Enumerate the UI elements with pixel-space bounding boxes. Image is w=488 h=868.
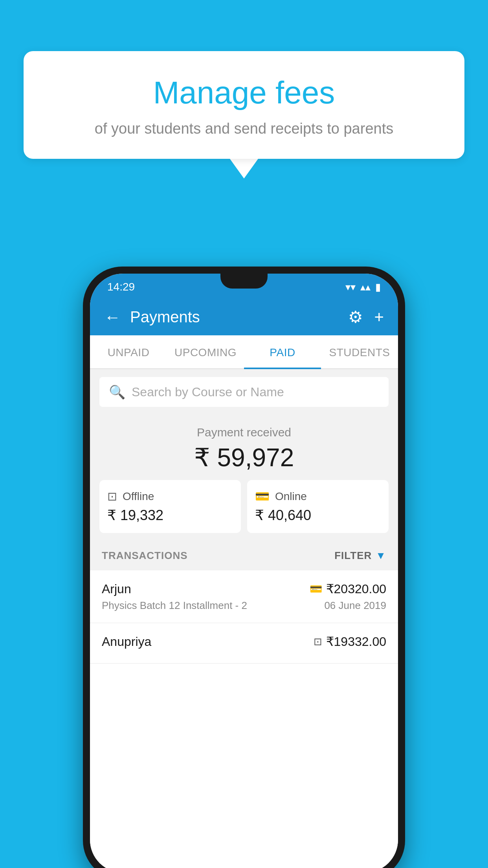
payment-received-label: Payment received [99, 426, 389, 439]
wifi-icon: ▾▾ [345, 281, 356, 293]
phone-frame: 14:29 ▾▾ ▴▴ ▮ ← Payments ⚙ + UNPAID UPCO… [83, 267, 405, 868]
offline-label: Offline [123, 490, 154, 503]
tab-bar: UNPAID UPCOMING PAID STUDENTS [90, 335, 398, 369]
filter-button[interactable]: FILTER ▼ [334, 550, 386, 562]
payment-total-amount: ₹ 59,972 [99, 443, 389, 472]
bubble-title: Manage fees [47, 75, 441, 111]
phone-notch [220, 274, 268, 289]
search-placeholder: Search by Course or Name [132, 385, 284, 399]
transactions-label: TRANSACTIONS [102, 550, 188, 562]
cash-payment-icon: ⊡ [314, 636, 322, 648]
online-card: 💳 Online ₹ 40,640 [247, 480, 389, 533]
online-icon: 💳 [255, 489, 270, 503]
status-icons: ▾▾ ▴▴ ▮ [345, 281, 381, 293]
header-title: Payments [130, 308, 348, 326]
payment-cards: ⊡ Offline ₹ 19,332 💳 Online ₹ 40,640 [99, 480, 389, 533]
search-container: 🔍 Search by Course or Name [90, 369, 398, 415]
settings-button[interactable]: ⚙ [348, 307, 363, 327]
filter-label: FILTER [334, 550, 372, 562]
phone-screen: 14:29 ▾▾ ▴▴ ▮ ← Payments ⚙ + UNPAID UPCO… [90, 274, 398, 868]
online-amount: ₹ 40,640 [255, 507, 381, 524]
transaction-list: Arjun 💳 ₹20320.00 Physics Batch 12 Insta… [90, 570, 398, 868]
transaction-amount: ₹20320.00 [326, 581, 386, 596]
promo-bubble: Manage fees of your students and send re… [24, 51, 464, 178]
bubble-arrow [230, 159, 258, 178]
tab-paid[interactable]: PAID [244, 335, 321, 368]
tab-students[interactable]: STUDENTS [321, 335, 398, 368]
transaction-row-1: Arjun 💳 ₹20320.00 [102, 581, 386, 596]
table-row: Arjun 💳 ₹20320.00 Physics Batch 12 Insta… [90, 570, 398, 623]
transaction-name: Arjun [102, 582, 131, 596]
transaction-detail: Physics Batch 12 Installment - 2 [102, 600, 247, 612]
payment-summary: Payment received ₹ 59,972 ⊡ Offline ₹ 19… [90, 415, 398, 541]
app-header: ← Payments ⚙ + [90, 299, 398, 335]
search-icon: 🔍 [109, 384, 125, 400]
tab-unpaid[interactable]: UNPAID [90, 335, 167, 368]
offline-amount: ₹ 19,332 [107, 507, 233, 524]
signal-icon: ▴▴ [360, 281, 371, 293]
card-payment-icon: 💳 [310, 583, 322, 595]
transaction-date: 06 June 2019 [324, 600, 386, 612]
add-button[interactable]: + [374, 308, 384, 327]
search-bar[interactable]: 🔍 Search by Course or Name [99, 377, 389, 407]
offline-icon: ⊡ [107, 489, 117, 503]
offline-card: ⊡ Offline ₹ 19,332 [99, 480, 241, 533]
transaction-row-1: Anupriya ⊡ ₹19332.00 [102, 634, 386, 649]
header-actions: ⚙ + [348, 307, 384, 327]
table-row: Anupriya ⊡ ₹19332.00 [90, 623, 398, 664]
transactions-header: TRANSACTIONS FILTER ▼ [90, 541, 398, 570]
offline-card-header: ⊡ Offline [107, 489, 233, 503]
transaction-amount-row: 💳 ₹20320.00 [310, 581, 386, 596]
bubble-subtitle: of your students and send receipts to pa… [47, 120, 441, 137]
transaction-row-2: Physics Batch 12 Installment - 2 06 June… [102, 600, 386, 612]
transaction-amount: ₹19332.00 [326, 634, 386, 649]
back-button[interactable]: ← [104, 308, 121, 327]
speech-bubble: Manage fees of your students and send re… [24, 51, 464, 159]
tab-upcoming[interactable]: UPCOMING [167, 335, 244, 368]
online-label: Online [275, 490, 307, 503]
transaction-amount-row: ⊡ ₹19332.00 [314, 634, 386, 649]
online-card-header: 💳 Online [255, 489, 381, 503]
status-time: 14:29 [107, 281, 135, 293]
filter-icon: ▼ [376, 550, 386, 562]
transaction-name: Anupriya [102, 634, 151, 649]
battery-icon: ▮ [375, 281, 381, 293]
